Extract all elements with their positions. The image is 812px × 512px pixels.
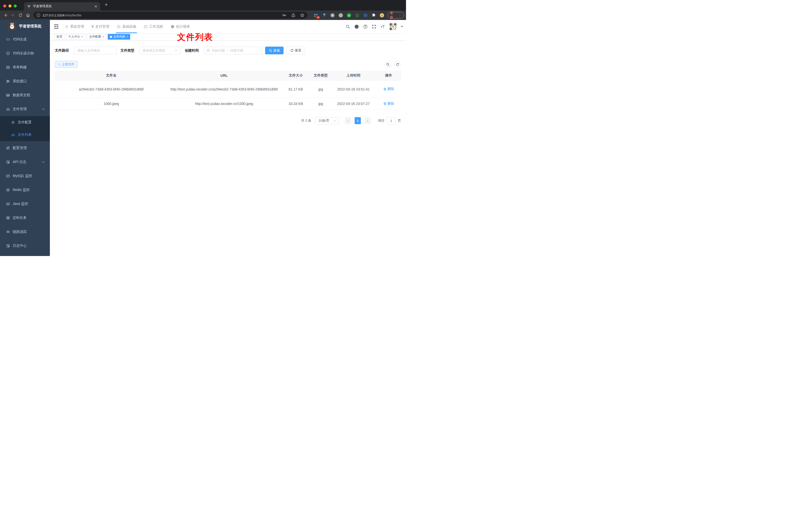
sidebar-item-db-doc[interactable]: 数据库文档	[0, 88, 50, 102]
extension-emoji-icon[interactable]	[380, 13, 384, 18]
file-type-select[interactable]: 请选择文件类型	[140, 47, 180, 54]
sidebar-item-file-list[interactable]: 文件列表	[0, 129, 50, 141]
page-size-value: 10条/页	[318, 118, 329, 123]
sidebar-item-file-config[interactable]: 文件配置	[0, 116, 50, 129]
sidebar-item-label: 系统接口	[13, 79, 27, 84]
top-menu-system[interactable]: 系统管理	[65, 20, 84, 33]
sidebar-item-label: 文件管理	[13, 107, 27, 112]
sidebar-item-system-api[interactable]: 系统接口	[0, 74, 50, 88]
upload-file-button[interactable]: + 上传文件	[55, 61, 78, 68]
browser-update-button[interactable]: 更新 ⋮	[387, 12, 404, 19]
avatar-caret-icon[interactable]	[401, 26, 403, 27]
sidebar-item-redis-monitor[interactable]: Redis 监控	[0, 183, 50, 197]
close-window-button[interactable]	[3, 4, 6, 7]
search-button[interactable]: 搜索	[265, 47, 284, 54]
delete-button[interactable]: 删除	[383, 101, 394, 106]
sidebar-item-tracing[interactable]: 链路追踪	[0, 225, 50, 239]
tag-close-icon[interactable]: ×	[102, 35, 104, 38]
extensions-puzzle-icon[interactable]	[372, 13, 376, 18]
sidebar-item-form-builder[interactable]: 表单构建	[0, 60, 50, 74]
sidebar-item-api-log[interactable]: API 日志	[0, 155, 50, 169]
home-button[interactable]	[24, 12, 32, 19]
sidebar-item-code-example[interactable]: 代码生成示例	[0, 47, 50, 60]
sidebar-item-mysql-monitor[interactable]: MySQL 监控	[0, 169, 50, 183]
tag-file-list[interactable]: 文件列表 ×	[108, 34, 130, 40]
top-menu-workflow[interactable]: 工作流程	[144, 20, 163, 33]
browser-menu-icon[interactable]: ⋮	[398, 13, 402, 17]
sidebar-logo-row[interactable]: 芋道管理系统	[0, 20, 50, 32]
prev-page-button[interactable]	[345, 117, 351, 124]
password-key-icon[interactable]	[282, 13, 287, 18]
forward-button[interactable]	[9, 12, 17, 19]
cloud-download-icon	[6, 107, 10, 111]
sidebar-item-code-generation[interactable]: 代码生成	[0, 32, 50, 47]
file-path-input-field[interactable]	[77, 49, 113, 52]
sidebar-item-config-management[interactable]: 配置管理	[0, 141, 50, 155]
tag-label: 文件列表	[113, 35, 125, 39]
table-refresh-button[interactable]	[394, 61, 401, 68]
tab-close-icon[interactable]: ✕	[94, 4, 97, 8]
search-icon	[269, 49, 272, 52]
extension-command-icon[interactable]: ⌘	[330, 13, 335, 18]
maximize-window-button[interactable]	[14, 4, 17, 7]
delete-button[interactable]: 删除	[383, 87, 394, 91]
top-menu: 系统管理 ¥ 支付管理 基础设施 工作流程 统计报表	[65, 20, 190, 33]
table-row: 1000.jpeg http://test.yudao.iocoder.cn/1…	[55, 98, 401, 110]
extension-badge: 11	[316, 16, 319, 19]
tag-file-config[interactable]: 文件配置 ×	[87, 34, 106, 40]
reload-button[interactable]	[17, 12, 24, 19]
sidebar-collapse-button[interactable]	[50, 24, 62, 29]
sidebar-item-scheduled-tasks[interactable]: 定时任务	[0, 211, 50, 225]
extension-gem-icon[interactable]	[322, 13, 326, 18]
url-text[interactable]: 127.0.0.1:1024/infra/file/file	[42, 13, 278, 17]
top-menu-payment[interactable]: ¥ 支付管理	[91, 20, 109, 33]
sidebar-item-label: 表单构建	[13, 65, 27, 69]
page-annotation: 文件列表	[177, 31, 213, 43]
fullscreen-icon[interactable]	[372, 24, 376, 29]
url-path: /infra/file/file	[64, 13, 81, 17]
table-search-toggle-button[interactable]	[384, 61, 391, 68]
search-icon[interactable]	[346, 24, 350, 29]
extension-grid-icon[interactable]: 11	[314, 13, 318, 18]
minimize-window-button[interactable]	[8, 4, 11, 7]
top-menu-label: 统计报表	[176, 24, 190, 29]
sidebar-item-file-management[interactable]: 文件管理	[0, 102, 50, 116]
tag-close-icon[interactable]: ×	[82, 35, 83, 38]
reset-button[interactable]: 重置	[287, 47, 305, 54]
tag-home[interactable]: 首页	[54, 34, 65, 40]
gear-icon	[11, 120, 15, 124]
date-range-picker[interactable]: 开始日期 - 结束日期	[204, 47, 262, 54]
extension-star-icon[interactable]	[355, 13, 359, 18]
share-icon[interactable]	[291, 13, 295, 18]
window-controls[interactable]	[3, 4, 17, 7]
sliders-icon	[6, 79, 10, 83]
sidebar-item-java-monitor[interactable]: Java 监控	[0, 197, 50, 211]
sidebar: 芋道管理系统 代码生成 代码生成示例 表单构建 系统接口 数据库文档 文件管理	[0, 20, 50, 256]
top-menu-infrastructure[interactable]: 基础设施	[117, 20, 136, 33]
site-info-icon[interactable]	[36, 13, 41, 18]
extension-dot-icon[interactable]	[339, 13, 343, 18]
goto-page-input[interactable]	[386, 117, 396, 124]
sidebar-item-log-center[interactable]: 日志中心	[0, 239, 50, 253]
user-avatar-qr[interactable]	[389, 23, 397, 30]
back-button[interactable]	[2, 12, 9, 19]
help-icon[interactable]	[363, 24, 368, 29]
page-size-select[interactable]: 10条/页	[315, 117, 339, 124]
github-icon[interactable]	[354, 24, 359, 29]
current-page-button[interactable]: 1	[355, 117, 361, 124]
address-bar[interactable]: 127.0.0.1:1024/infra/file/file	[33, 12, 308, 19]
extension-y-icon[interactable]: y	[347, 13, 351, 18]
goto-page-input-field[interactable]	[387, 117, 396, 124]
next-page-button[interactable]	[364, 117, 371, 124]
bookmark-star-icon[interactable]	[300, 13, 304, 18]
new-tab-button[interactable]: +	[105, 2, 108, 8]
font-size-icon[interactable]	[381, 24, 385, 29]
sidebar-item-label: MySQL 监控	[13, 174, 32, 178]
tag-close-icon[interactable]: ×	[126, 35, 128, 38]
gauge-icon	[171, 25, 175, 29]
tag-profile[interactable]: 个人中心 ×	[66, 34, 85, 40]
file-path-input[interactable]	[74, 47, 117, 54]
file-path-label: 文件路径	[55, 48, 69, 53]
browser-tab[interactable]: 芋道管理系统 ✕	[24, 2, 100, 10]
extension-eye-icon[interactable]	[364, 13, 368, 18]
